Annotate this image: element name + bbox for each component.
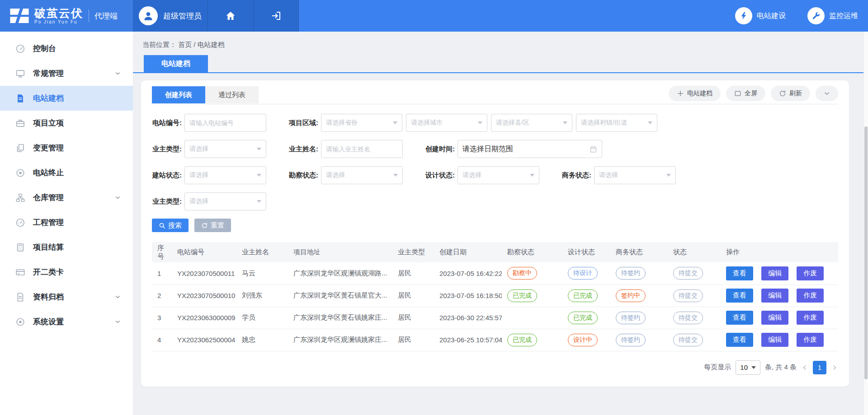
fullscreen-button[interactable]: 全屏 xyxy=(726,86,765,101)
nav-monitor-ops[interactable]: 监控运维 xyxy=(807,7,858,24)
breadcrumb-current: 电站建档 xyxy=(198,41,225,48)
page-number-button[interactable]: 1 xyxy=(813,361,826,374)
brand-divider xyxy=(89,9,89,22)
per-page-select[interactable]: 10 xyxy=(736,360,760,375)
region-label: 项目区域: xyxy=(288,119,318,127)
chevron-down-icon xyxy=(114,70,121,77)
province-select[interactable]: 请选择省份 xyxy=(321,114,402,132)
void-button[interactable]: 作废 xyxy=(797,333,824,347)
sidebar-item-project-settlement[interactable]: 项目结算 xyxy=(0,235,133,260)
vertical-scrollbar[interactable] xyxy=(863,32,868,415)
chevron-down-icon xyxy=(114,318,121,325)
page-tab-station-archive[interactable]: 电站建档 xyxy=(144,55,208,72)
sidebar-item-class2-card[interactable]: 开二类卡 xyxy=(0,260,133,284)
col-survey: 勘察状态 xyxy=(502,242,562,262)
home-button[interactable] xyxy=(208,0,254,32)
col-date: 创建日期 xyxy=(434,242,502,262)
owner-type-select[interactable]: 请选择 xyxy=(184,140,266,158)
view-button[interactable]: 查看 xyxy=(726,311,753,325)
next-page-button[interactable] xyxy=(831,364,838,371)
scrollbar-thumb[interactable] xyxy=(864,126,868,379)
view-button[interactable]: 查看 xyxy=(726,289,753,303)
void-button[interactable]: 作废 xyxy=(797,266,824,280)
collapse-toolbar-button[interactable] xyxy=(816,86,838,101)
status-badge: 已完成 xyxy=(568,312,598,324)
top-nav: 电站建设 监控运维 xyxy=(735,0,868,32)
nav-station-build[interactable]: 电站建设 xyxy=(735,7,786,24)
design-status-select[interactable]: 请选择 xyxy=(458,166,539,184)
col-type: 业主类型 xyxy=(392,242,434,262)
tab-create-list[interactable]: 创建列表 xyxy=(152,86,205,103)
logout-button[interactable] xyxy=(254,0,299,32)
refresh-button[interactable]: 刷新 xyxy=(771,86,810,101)
filter-survey-status: 勘察状态: 请选择 xyxy=(288,166,403,184)
gauge-icon xyxy=(15,218,25,228)
credit-card-icon xyxy=(15,267,25,277)
sidebar-item-data-archive[interactable]: 资料归档 xyxy=(0,284,133,309)
wrench-icon xyxy=(807,7,825,24)
edit-button[interactable]: 编辑 xyxy=(761,266,788,280)
sidebar-item-project-initiation[interactable]: 项目立项 xyxy=(0,111,133,135)
build-status-select[interactable]: 请选择 xyxy=(184,166,266,184)
sidebar-item-warehouse-mgmt[interactable]: 仓库管理 xyxy=(0,185,133,210)
caret-down-icon xyxy=(751,366,756,369)
station-no-label: 电站编号: xyxy=(152,119,182,127)
chevron-down-icon xyxy=(114,294,121,300)
nav-monitor-ops-label: 监控运维 xyxy=(829,11,858,21)
sidebar-item-console[interactable]: 控制台 xyxy=(0,36,133,61)
edit-button[interactable]: 编辑 xyxy=(761,311,788,325)
date-range-picker[interactable]: 请选择日期范围 xyxy=(458,140,602,158)
status-badge: 设计中 xyxy=(568,334,598,346)
col-code: 电站编号 xyxy=(172,242,236,262)
status-badge: 待提交 xyxy=(673,334,703,346)
per-page-label: 每页显示 xyxy=(704,363,731,372)
col-status: 状态 xyxy=(668,242,721,262)
prev-page-button[interactable] xyxy=(801,364,808,371)
owner-type2-select[interactable]: 请选择 xyxy=(184,192,266,210)
status-badge: 待提交 xyxy=(673,312,703,324)
sidebar-item-system-settings[interactable]: 系统设置 xyxy=(0,309,133,334)
edit-button[interactable]: 编辑 xyxy=(761,289,788,303)
void-button[interactable]: 作废 xyxy=(797,289,824,303)
table-row: 3 YX2023063000009 学员 广东深圳龙华区黄石镇姚家庄... 居民… xyxy=(152,307,838,329)
survey-status-label: 勘察状态: xyxy=(288,171,318,180)
copy-icon xyxy=(15,143,25,153)
void-button[interactable]: 作废 xyxy=(797,311,824,325)
status-badge: 待提交 xyxy=(673,289,703,302)
col-address: 项目地址 xyxy=(288,242,392,262)
user-menu[interactable]: 超级管理员 xyxy=(133,0,208,32)
view-button[interactable]: 查看 xyxy=(726,333,753,347)
status-badge: 已完成 xyxy=(507,289,537,302)
sidebar-item-general-mgmt[interactable]: 常规管理 xyxy=(0,61,133,86)
edit-button[interactable]: 编辑 xyxy=(761,333,788,347)
station-no-input[interactable] xyxy=(184,114,266,132)
owner-type-label: 业主类型: xyxy=(152,145,182,154)
col-design: 设计状态 xyxy=(562,242,610,262)
view-button[interactable]: 查看 xyxy=(726,266,753,280)
sidebar-item-station-terminate[interactable]: 电站终止 xyxy=(0,160,133,185)
nav-station-build-label: 电站建设 xyxy=(757,11,786,21)
status-badge: 签约中 xyxy=(616,289,646,302)
owner-name-input[interactable] xyxy=(321,140,403,158)
status-badge: 待签约 xyxy=(616,267,646,280)
search-button[interactable]: 搜索 xyxy=(152,219,189,232)
station-table: 序号 电站编号 业主姓名 项目地址 业主类型 创建日期 勘察状态 设计状态 商务… xyxy=(152,242,838,351)
add-station-button[interactable]: 电站建档 xyxy=(669,86,721,101)
survey-status-select[interactable]: 请选择 xyxy=(321,166,403,184)
city-select[interactable]: 请选择城市 xyxy=(406,114,487,132)
user-name: 超级管理员 xyxy=(163,11,202,21)
reset-button[interactable]: 重置 xyxy=(194,219,231,232)
filter-create-time: 创建时间: 请选择日期范围 xyxy=(425,140,602,158)
sidebar-item-station-archive[interactable]: 电站建档 xyxy=(0,86,133,111)
town-select[interactable]: 请选择村镇/街道 xyxy=(576,114,657,132)
sidebar-item-change-mgmt[interactable]: 变更管理 xyxy=(0,135,133,160)
filter-build-status: 建站状态: 请选择 xyxy=(152,166,266,184)
county-select[interactable]: 请选择县/区 xyxy=(491,114,572,132)
col-seq: 序号 xyxy=(152,242,172,262)
tab-passed-list[interactable]: 通过列表 xyxy=(205,86,259,103)
lightning-icon xyxy=(735,7,752,24)
breadcrumb-home-link[interactable]: 首页 xyxy=(178,41,192,48)
sitemap-icon xyxy=(15,193,25,203)
business-status-select[interactable]: 请选择 xyxy=(594,166,676,184)
sidebar-item-engineering-mgmt[interactable]: 工程管理 xyxy=(0,210,133,235)
